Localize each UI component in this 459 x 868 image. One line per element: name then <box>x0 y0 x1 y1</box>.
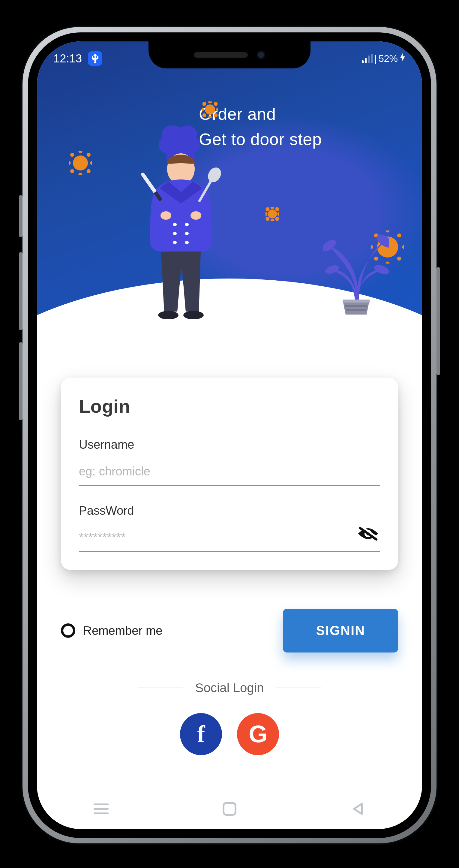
battery-text: 52% <box>379 53 398 64</box>
login-card: Login Username PassWord <box>61 378 398 570</box>
facebook-login-button[interactable]: f <box>180 713 222 755</box>
login-title: Login <box>79 396 380 417</box>
usb-icon <box>88 51 102 66</box>
google-icon: G <box>249 720 267 748</box>
phone-power-button <box>436 267 440 375</box>
status-left: 12:13 <box>54 51 102 66</box>
social-login-title-row: Social Login <box>61 681 398 695</box>
svg-rect-4 <box>342 300 370 303</box>
svg-point-21 <box>183 311 204 319</box>
remember-me-toggle[interactable]: Remember me <box>61 623 163 638</box>
divider-line <box>276 688 321 688</box>
decor-burst-icon <box>205 104 215 115</box>
phone-volume-up <box>19 252 23 330</box>
password-label: PassWord <box>79 504 380 518</box>
status-time: 12:13 <box>54 52 82 65</box>
svg-point-3 <box>373 263 389 276</box>
username-field-row <box>79 462 380 486</box>
remember-me-label: Remember me <box>83 624 163 638</box>
decor-burst-icon <box>73 155 88 170</box>
svg-rect-26 <box>94 808 108 810</box>
svg-rect-6 <box>346 309 366 311</box>
phone-side-button <box>19 195 23 237</box>
status-separator: | <box>374 53 377 64</box>
svg-point-14 <box>185 241 189 244</box>
svg-rect-28 <box>224 803 235 815</box>
charging-icon <box>400 53 405 64</box>
canvas: 12:13 | 52% <box>0 0 459 868</box>
svg-point-2 <box>324 264 340 276</box>
plant-illustration <box>323 224 389 314</box>
signal-icon <box>362 54 372 63</box>
hero-banner: 12:13 | 52% <box>37 41 422 350</box>
divider-line <box>138 688 183 688</box>
svg-point-1 <box>374 232 389 250</box>
phone-notch <box>149 41 310 68</box>
decor-burst-icon <box>268 210 277 218</box>
android-nav-bar <box>37 790 422 829</box>
social-buttons: f G <box>61 713 398 755</box>
svg-rect-5 <box>345 305 367 307</box>
phone-screen: 12:13 | 52% <box>37 41 422 829</box>
recents-button[interactable] <box>92 801 110 818</box>
back-triangle-icon <box>351 802 365 817</box>
password-field-row <box>79 528 380 552</box>
action-row: Remember me SIGNIN <box>61 609 398 652</box>
google-login-button[interactable]: G <box>237 713 279 755</box>
square-icon <box>223 802 236 817</box>
phone-bezel: 12:13 | 52% <box>28 32 431 838</box>
home-button[interactable] <box>221 801 238 818</box>
phone-volume-down <box>19 342 23 420</box>
signin-button[interactable]: SIGNIN <box>283 609 398 652</box>
username-input[interactable] <box>79 465 380 478</box>
svg-rect-25 <box>94 803 108 805</box>
svg-rect-27 <box>94 812 108 814</box>
phone-front-camera <box>257 51 265 59</box>
password-input[interactable] <box>79 531 380 544</box>
svg-point-10 <box>185 223 189 226</box>
status-right: | 52% <box>362 53 405 64</box>
svg-point-16 <box>191 211 201 220</box>
svg-point-15 <box>161 211 171 220</box>
phone-frame: 12:13 | 52% <box>23 27 436 843</box>
eye-off-icon <box>358 526 379 542</box>
social-login-title: Social Login <box>195 681 264 695</box>
radio-unchecked-icon <box>61 623 75 638</box>
menu-icon <box>94 803 108 816</box>
chef-illustration <box>136 117 232 333</box>
toggle-password-visibility-button[interactable] <box>356 525 380 543</box>
svg-point-11 <box>173 232 177 235</box>
phone-speaker <box>194 52 248 58</box>
back-button[interactable] <box>349 801 367 818</box>
svg-point-20 <box>158 311 178 319</box>
svg-point-12 <box>185 232 189 235</box>
svg-point-9 <box>173 223 177 226</box>
social-login-section: Social Login f G <box>61 681 398 755</box>
facebook-icon: f <box>197 721 205 748</box>
username-label: Username <box>79 438 380 452</box>
svg-point-13 <box>173 241 177 244</box>
svg-point-19 <box>205 165 224 185</box>
